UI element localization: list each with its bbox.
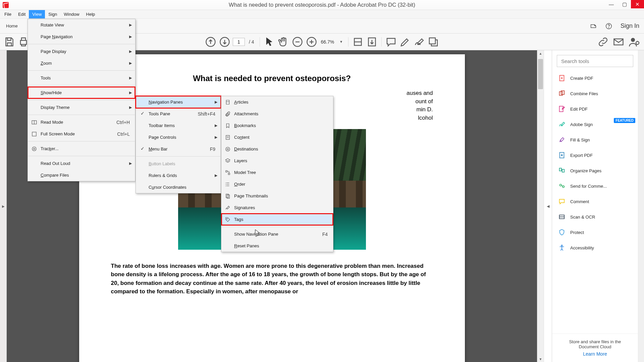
help-icon[interactable] (605, 22, 612, 30)
scroll-thumb[interactable] (538, 59, 543, 89)
tool-edit-pdf[interactable]: Edit PDF (552, 101, 638, 117)
page-up-button[interactable] (205, 36, 217, 48)
menu-content[interactable]: Content (221, 131, 333, 143)
minimize-button[interactable]: — (605, 0, 618, 8)
menu-page-controls[interactable]: Page Controls▶ (136, 131, 221, 143)
hand-tool-button[interactable] (277, 36, 289, 48)
menu-full-screen[interactable]: Full Screen ModeCtrl+L (28, 128, 135, 140)
menu-cursor-coordinates[interactable]: Cursor Coordinates (136, 181, 221, 193)
menu-display-theme[interactable]: Display Theme▶ (28, 102, 135, 113)
menu-tools-pane[interactable]: ✓Tools PaneShift+F4 (136, 108, 221, 120)
menu-order[interactable]: Order (221, 178, 333, 190)
menu-tracker[interactable]: Tracker... (28, 143, 135, 155)
menu-view[interactable]: View (29, 10, 45, 18)
share-button[interactable] (628, 36, 640, 48)
save-button[interactable] (3, 36, 15, 48)
selection-tool-button[interactable] (263, 36, 275, 48)
menu-separator (28, 141, 135, 141)
signatures-icon (225, 205, 231, 211)
tags-icon (225, 217, 231, 223)
menu-show-navigation-pane[interactable]: Show Navigation PaneF4 (221, 228, 333, 240)
menu-attachments[interactable]: Attachments (221, 108, 333, 120)
page-number-input[interactable] (233, 38, 245, 46)
close-button[interactable]: ✕ (631, 0, 644, 8)
menu-page-display[interactable]: Page Display▶ (28, 46, 135, 57)
chevron-right-icon: ▶ (215, 100, 217, 104)
organize-pages-icon (558, 167, 566, 174)
menu-bookmarks[interactable]: Bookmarks (221, 120, 333, 131)
learn-more-link[interactable]: Learn More (559, 351, 631, 357)
left-panel-toggle[interactable]: ▶ (0, 50, 7, 362)
toolbar-separator (348, 37, 348, 47)
menu-tools[interactable]: Tools▶ (28, 72, 135, 84)
zoom-value: 66.7% (319, 39, 335, 45)
search-tools-input[interactable] (557, 55, 633, 67)
menu-page-navigation[interactable]: Page Navigation▶ (28, 31, 135, 43)
signin-link[interactable]: Sign In (621, 22, 639, 29)
menu-zoom[interactable]: Zoom▶ (28, 57, 135, 69)
sign-tool-button[interactable] (413, 36, 425, 48)
menu-separator (136, 156, 220, 157)
tool-export-pdf[interactable]: Export PDF (552, 147, 638, 163)
menu-destinations[interactable]: Destinations (221, 143, 333, 155)
vertical-scrollbar[interactable]: ▲ ▼ (537, 50, 544, 362)
tool-fill-sign[interactable]: Fill & Sign (552, 132, 638, 147)
menu-layers[interactable]: Layers (221, 155, 333, 167)
tool-send-for-comments[interactable]: Send for Comme... (552, 178, 638, 194)
tools-panel-scrollbar[interactable] (638, 50, 644, 362)
svg-point-12 (636, 41, 639, 44)
menu-toolbar-items[interactable]: Toolbar Items▶ (136, 120, 221, 131)
zoom-in-button[interactable] (305, 36, 317, 48)
menu-navigation-panes[interactable]: Navigation Panes▶ (136, 96, 221, 108)
menu-show-hide[interactable]: Show/Hide▶ (28, 87, 135, 99)
menu-file[interactable]: File (1, 10, 15, 18)
tool-organize-pages[interactable]: Organize Pages (552, 163, 638, 178)
attachments-icon (225, 111, 231, 117)
fill-sign-icon (558, 136, 566, 143)
menu-help[interactable]: Help (83, 10, 99, 18)
comment-button[interactable] (385, 36, 397, 48)
svg-rect-34 (227, 195, 230, 198)
notifications-icon[interactable] (590, 22, 597, 30)
menu-model-tree[interactable]: Model Tree (221, 167, 333, 178)
tool-combine-files[interactable]: Combine Files (552, 86, 638, 101)
zoom-out-button[interactable] (291, 36, 303, 48)
zoom-dropdown[interactable]: ▼ (337, 40, 345, 44)
scroll-up-button[interactable]: ▲ (537, 50, 544, 56)
right-panel-toggle[interactable]: ◀ (544, 50, 552, 362)
menu-edit[interactable]: Edit (15, 10, 29, 18)
link-button[interactable] (597, 36, 609, 48)
menu-read-out-loud[interactable]: Read Out Loud▶ (28, 158, 135, 169)
tool-scan-ocr[interactable]: Scan & OCR (552, 209, 638, 225)
fit-page-button[interactable] (366, 36, 378, 48)
tools-panel-footer: Store and share files in the Document Cl… (552, 334, 638, 362)
menu-tags[interactable]: Tags (221, 214, 333, 225)
menu-read-mode[interactable]: Read ModeCtrl+H (28, 116, 135, 128)
menu-sign[interactable]: Sign (45, 10, 60, 18)
scroll-down-button[interactable]: ▼ (537, 356, 544, 362)
menu-articles[interactable]: Articles (221, 96, 333, 108)
maximize-button[interactable]: ▢ (618, 0, 631, 8)
tab-home[interactable]: Home (0, 19, 24, 33)
page-down-button[interactable] (219, 36, 231, 48)
menu-rotate-view[interactable]: Rotate View▶ (28, 19, 135, 31)
menu-page-thumbnails[interactable]: Page Thumbnails (221, 190, 333, 202)
menu-reset-panes[interactable]: Reset Panes (221, 240, 333, 252)
menu-menu-bar[interactable]: ✓Menu BarF9 (136, 143, 221, 155)
menu-button-labels: Button Labels (136, 158, 221, 170)
menu-window[interactable]: Window (60, 10, 83, 18)
svg-rect-33 (226, 194, 229, 198)
tool-protect[interactable]: Protect (552, 225, 638, 240)
chevron-right-icon: ▶ (215, 173, 217, 178)
email-button[interactable] (612, 36, 625, 48)
tool-adobe-sign[interactable]: Adobe SignFEATURED (552, 117, 638, 132)
menu-rulers-grids[interactable]: Rulers & Grids▶ (136, 170, 221, 181)
menu-compare-files[interactable]: Compare Files (28, 169, 135, 181)
highlight-button[interactable] (399, 36, 411, 48)
fit-width-button[interactable] (352, 36, 364, 48)
more-tools-button[interactable] (427, 36, 439, 48)
menu-signatures[interactable]: Signatures (221, 202, 333, 214)
tool-accessibility[interactable]: Accessibility (552, 240, 638, 255)
tool-create-pdf[interactable]: Create PDF (552, 70, 638, 86)
tool-comment[interactable]: Comment (552, 194, 638, 209)
